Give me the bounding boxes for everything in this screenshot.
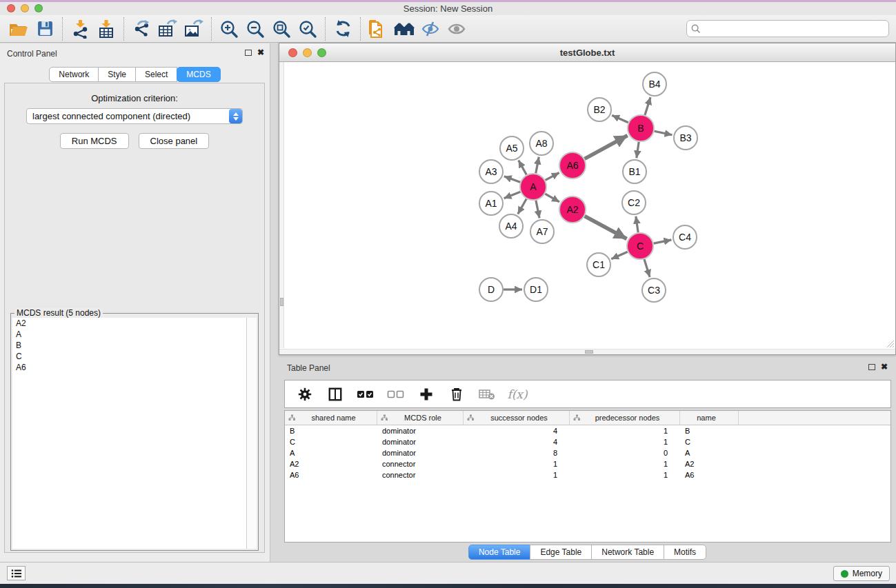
table-cell[interactable]: 1 [570,471,680,479]
hide-selected-button[interactable] [417,17,444,41]
export-table-button[interactable] [155,17,181,41]
memory-button[interactable]: Memory [833,566,890,581]
graph-node-A4[interactable]: A4 [499,214,523,238]
table-cell[interactable]: 1 [464,471,570,479]
table-cell[interactable]: B [680,427,739,435]
close-table-panel-icon[interactable]: ✖ [881,363,888,370]
graph-node-C1[interactable]: C1 [587,253,610,276]
table-cell[interactable]: connector [377,460,464,468]
table-cell[interactable]: A [285,449,377,457]
mcds-result-item[interactable]: A [12,329,246,340]
zoom-selected-button[interactable] [295,17,321,41]
graph-node-C3[interactable]: C3 [642,278,666,302]
import-network-button[interactable] [67,17,93,41]
add-column-button[interactable] [415,384,438,405]
table-cell[interactable]: 1 [464,460,570,468]
column-header-predecessor-nodes[interactable]: predecessor nodes [570,411,680,425]
delete-table-button[interactable] [475,384,499,405]
vertical-scroll-thumb[interactable] [280,298,283,306]
mcds-result-scrollbar[interactable] [247,318,257,549]
network-vertical-scrollbar[interactable] [279,62,284,348]
graph-node-A1[interactable]: A1 [479,192,503,215]
graph-node-C2[interactable]: C2 [622,191,646,214]
table-row[interactable]: A2connector11A2 [285,458,890,469]
network-horizontal-scrollbar[interactable] [279,349,895,354]
zoom-fit-button[interactable] [268,17,295,41]
tab-mcds[interactable]: MCDS [177,67,220,82]
float-table-panel-icon[interactable] [868,364,875,370]
table-cell[interactable]: A [680,449,739,457]
table-cell[interactable]: 1 [570,427,680,435]
new-network-from-selection-button[interactable] [365,17,391,41]
show-panels-button[interactable] [7,566,26,580]
search-input[interactable] [701,24,884,34]
export-network-button[interactable] [128,17,155,41]
tab-network-table[interactable]: Network Table [591,545,664,560]
table-cell[interactable]: 0 [570,449,680,457]
table-cell[interactable]: 4 [464,438,570,446]
refresh-view-button[interactable] [330,17,356,41]
table-cell[interactable]: A6 [680,471,739,479]
graph-node-D1[interactable]: D1 [524,278,548,301]
graph-node-A5[interactable]: A5 [500,136,524,160]
select-all-rows-button[interactable] [354,384,377,405]
network-canvas[interactable]: B4B2BB3A8A5A6A3B1AA1C2A2A4A7C4CC1DD1C3 [279,62,895,354]
run-mcds-button[interactable]: Run MCDS [60,133,129,149]
column-header-name[interactable]: name [680,411,739,425]
table-row[interactable]: Bdominator41B [285,425,890,436]
table-cell[interactable]: A2 [285,460,377,468]
tab-select[interactable]: Select [135,67,177,82]
table-cell[interactable]: A6 [285,471,377,479]
deselect-all-rows-button[interactable] [384,384,408,405]
save-session-button[interactable] [32,17,58,41]
table-cell[interactable]: C [285,438,377,446]
graph-node-C[interactable]: C [627,233,653,259]
criterion-dropdown[interactable]: largest connected component (directed) [26,108,243,124]
table-cell[interactable]: B [285,427,377,435]
show-all-button[interactable] [444,17,470,41]
table-cell[interactable]: 4 [464,427,570,435]
graph-node-B1[interactable]: B1 [623,160,646,183]
mcds-result-item[interactable]: C [12,351,246,362]
mcds-result-item[interactable]: A2 [12,318,246,329]
first-neighbors-button[interactable] [391,17,417,41]
tab-node-table[interactable]: Node Table [468,545,531,560]
tab-style[interactable]: Style [98,67,136,82]
mcds-result-item[interactable]: A6 [12,362,246,373]
tab-motifs[interactable]: Motifs [664,545,706,560]
table-cell[interactable]: 8 [464,449,570,457]
table-settings-button[interactable] [293,384,317,405]
float-panel-icon[interactable] [245,50,252,56]
graph-node-A[interactable]: A [520,174,546,200]
horizontal-scroll-thumb[interactable] [585,350,593,354]
export-image-button[interactable] [181,17,207,41]
graph-node-A2[interactable]: A2 [559,196,586,223]
zoom-out-button[interactable] [242,17,268,41]
resize-grip-icon[interactable] [886,340,895,348]
open-session-button[interactable] [6,17,32,41]
table-cell[interactable]: dominator [377,427,464,435]
mcds-result-item[interactable]: B [12,340,246,351]
table-cell[interactable]: dominator [377,438,464,446]
table-cell[interactable]: connector [377,471,464,479]
graph-node-A8[interactable]: A8 [530,132,553,155]
import-table-button[interactable] [93,17,119,41]
column-header-shared-name[interactable]: shared name [285,411,377,425]
column-header-MCDS-role[interactable]: MCDS role [377,411,464,425]
tab-edge-table[interactable]: Edge Table [530,545,592,560]
graph-node-A3[interactable]: A3 [479,160,503,183]
function-builder-button[interactable]: f(x) [506,384,529,405]
table-cell[interactable]: 1 [570,460,680,468]
graph-node-A7[interactable]: A7 [530,220,554,243]
table-cell[interactable]: A2 [680,460,739,468]
table-cell[interactable]: 1 [570,438,680,446]
graph-node-B3[interactable]: B3 [674,126,697,150]
close-panel-button[interactable]: Close panel [139,133,210,149]
graph-node-D[interactable]: D [479,278,503,301]
table-cell[interactable]: C [680,438,739,446]
graph-node-A6[interactable]: A6 [559,152,586,179]
table-cell[interactable]: dominator [377,449,464,457]
tab-network[interactable]: Network [49,67,99,82]
graph-node-C4[interactable]: C4 [673,225,697,249]
table-row[interactable]: Cdominator41C [285,436,890,447]
